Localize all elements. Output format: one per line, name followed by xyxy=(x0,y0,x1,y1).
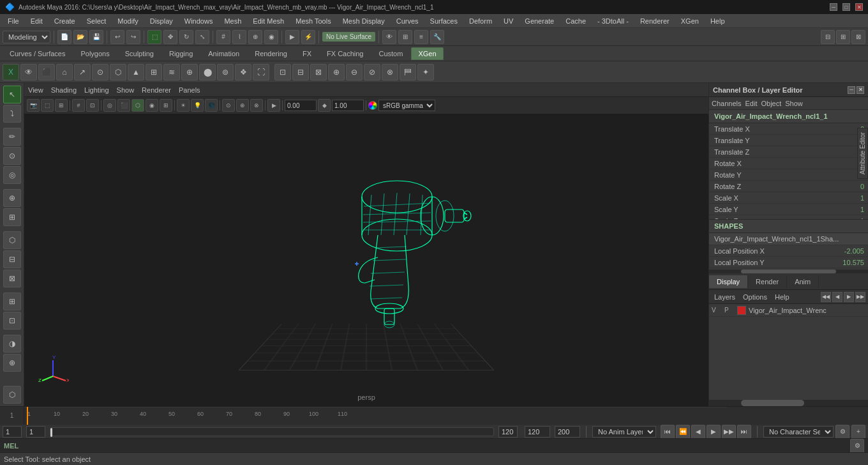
transform-button[interactable]: ✥ xyxy=(163,30,177,44)
vp-texture-btn[interactable]: ⊞ xyxy=(160,99,172,112)
playback-to-start-button[interactable]: ⏮ xyxy=(661,425,675,439)
module-tab-sculpting[interactable]: Sculpting xyxy=(118,47,161,60)
layer-playback-toggle[interactable]: P xyxy=(724,307,735,314)
menu-create[interactable]: Create xyxy=(49,16,80,26)
snap-grid-button[interactable]: # xyxy=(216,30,230,44)
channel-local-pos-y[interactable]: Local Position Y 10.575 xyxy=(709,257,868,268)
redo-button[interactable]: ↪ xyxy=(126,30,140,44)
playback-prev-frame-button[interactable]: ◀ xyxy=(691,425,705,439)
snap-view-button[interactable]: ◉ xyxy=(264,30,278,44)
xgen-icon4[interactable]: ⌂ xyxy=(56,64,73,80)
channel-rotate-x[interactable]: Rotate X 0 xyxy=(709,158,868,169)
open-scene-button[interactable]: 📂 xyxy=(73,30,87,44)
xgen-icon14[interactable]: ❖ xyxy=(235,64,251,80)
vp-value2-input[interactable] xyxy=(332,100,364,111)
layer-btn-fwd[interactable]: ▶▶ xyxy=(855,292,865,302)
pivot-tool[interactable]: ⊕ xyxy=(3,354,21,372)
xgen-icon13[interactable]: ⊚ xyxy=(217,64,234,80)
menu-edit[interactable]: Edit xyxy=(26,16,48,26)
channel-scale-x[interactable]: Scale X 1 xyxy=(709,192,868,204)
module-tab-polygons[interactable]: Polygons xyxy=(73,47,116,60)
workspace-select[interactable]: Modeling xyxy=(3,31,50,43)
menu-generate[interactable]: Generate xyxy=(520,16,559,26)
measure-tool-button[interactable]: ⬡ xyxy=(3,231,21,249)
xgen-icon15[interactable]: ⛶ xyxy=(253,64,269,80)
xgen-icon19[interactable]: ⊕ xyxy=(328,64,345,80)
layer-btn-prev[interactable]: ◀ xyxy=(832,292,842,302)
xgen-icon18[interactable]: ⊠ xyxy=(310,64,327,80)
vp-film-gate-btn[interactable]: ⬚ xyxy=(41,99,54,112)
new-scene-button[interactable]: 📄 xyxy=(57,30,71,44)
menu-mesh-tools[interactable]: Mesh Tools xyxy=(290,16,336,26)
viewport-canvas[interactable]: Y X Z persp xyxy=(24,114,708,406)
snap-point-button[interactable]: ⊕ xyxy=(248,30,262,44)
vp-deformer-btn[interactable]: ⊗ xyxy=(250,99,263,112)
scale-button[interactable]: ⤡ xyxy=(195,30,209,44)
viewport-menu-renderer[interactable]: Renderer xyxy=(142,86,171,94)
xgen-icon24[interactable]: ✦ xyxy=(417,64,434,80)
xgen-icon17[interactable]: ⊟ xyxy=(292,64,309,80)
layer-tool1[interactable]: ⊞ xyxy=(3,293,21,310)
layer-visibility-toggle[interactable]: V xyxy=(712,307,722,314)
display-layer-button[interactable]: ⊞ xyxy=(398,30,412,44)
layer-tab-help[interactable]: Help xyxy=(772,293,792,301)
ipr-button[interactable]: ⚡ xyxy=(301,30,315,44)
menu-modify[interactable]: Modify xyxy=(112,16,143,26)
vp-playback-btn[interactable]: ▶ xyxy=(267,99,280,112)
vp-value1-input[interactable] xyxy=(285,100,317,111)
vp-xray-btn[interactable]: ⊙ xyxy=(222,99,235,112)
vp-light1-btn[interactable]: ☀ xyxy=(177,99,190,112)
vp-isolate-btn[interactable]: ◎ xyxy=(103,99,116,112)
module-tab-rendering[interactable]: Rendering xyxy=(248,47,294,60)
vp-mid-btn[interactable]: ◆ xyxy=(318,99,331,112)
playback-to-end-button[interactable]: ⏭ xyxy=(737,425,751,439)
sculpt-button[interactable]: ⊙ xyxy=(3,147,21,165)
snap-tool-button[interactable]: ⊞ xyxy=(3,208,21,226)
tab-object[interactable]: Object xyxy=(761,100,781,107)
anim-end-input[interactable] xyxy=(525,426,550,438)
menu-edit-mesh[interactable]: Edit Mesh xyxy=(248,16,289,26)
channel-scale-y[interactable]: Scale Y 1 xyxy=(709,204,868,215)
xgen-icon20[interactable]: ⊖ xyxy=(346,64,363,80)
tab-display[interactable]: Display xyxy=(709,275,748,288)
module-tab-fx-caching[interactable]: FX Caching xyxy=(320,47,370,60)
xgen-icon11[interactable]: ⊕ xyxy=(181,64,198,80)
shapes-item[interactable]: Vigor_Air_Impact_Wrench_ncl1_1Sha... xyxy=(709,233,868,245)
menu-file[interactable]: File xyxy=(3,16,24,26)
frame-end-input[interactable] xyxy=(498,426,518,438)
frame-slider[interactable] xyxy=(50,427,494,436)
layout3-button[interactable]: ⊠ xyxy=(851,30,865,44)
vp-camera-btn[interactable]: 📷 xyxy=(27,99,40,112)
menu-cache[interactable]: Cache xyxy=(560,16,591,26)
viewport-menu-shading[interactable]: Shading xyxy=(51,86,77,94)
menu-curves[interactable]: Curves xyxy=(391,16,424,26)
channel-box-collapse-button[interactable]: ─ xyxy=(848,86,855,94)
command-input[interactable] xyxy=(24,442,848,450)
snap-curve-button[interactable]: ⌇ xyxy=(232,30,246,44)
camera-tool-button[interactable]: ⊠ xyxy=(3,270,21,287)
layout-button[interactable]: ⊟ xyxy=(821,30,835,44)
menu-xgen[interactable]: XGen xyxy=(676,16,704,26)
layer-tab-layers[interactable]: Layers xyxy=(712,293,738,301)
display-toggle[interactable]: ◑ xyxy=(3,335,21,353)
module-tab-custom[interactable]: Custom xyxy=(372,47,410,60)
xgen-icon10[interactable]: ≋ xyxy=(163,64,180,80)
vp-color-mode-select[interactable]: sRGB gamma xyxy=(378,100,435,111)
tab-render[interactable]: Render xyxy=(748,275,787,288)
lasso-button[interactable]: ⤵ xyxy=(3,105,21,123)
viewport-menu-panels[interactable]: Panels xyxy=(179,86,200,94)
menu-select[interactable]: Select xyxy=(82,16,112,26)
anim-range-end-input[interactable] xyxy=(555,426,580,438)
layer-horizontal-scrollbar[interactable] xyxy=(709,400,868,406)
attribute-editor-button[interactable]: 🔧 xyxy=(430,30,444,44)
attribute-editor-side-tab[interactable]: Attribute Editor xyxy=(857,128,868,179)
rotate-button[interactable]: ↻ xyxy=(179,30,193,44)
module-tab-xgen[interactable]: XGen xyxy=(411,47,443,60)
timeline-ruler[interactable]: 1 10 20 30 40 50 60 70 80 90 100 110 xyxy=(24,407,868,425)
playback-next-frame-button[interactable]: ▶▶ xyxy=(722,425,736,439)
xgen-icon2[interactable]: 👁 xyxy=(20,64,37,80)
vp-shadow-btn[interactable]: 🌑 xyxy=(205,99,218,112)
xgen-icon3[interactable]: ⬛ xyxy=(38,64,55,80)
vp-bbox-btn[interactable]: ⬛ xyxy=(117,99,130,112)
frame-current-input[interactable] xyxy=(26,426,45,438)
